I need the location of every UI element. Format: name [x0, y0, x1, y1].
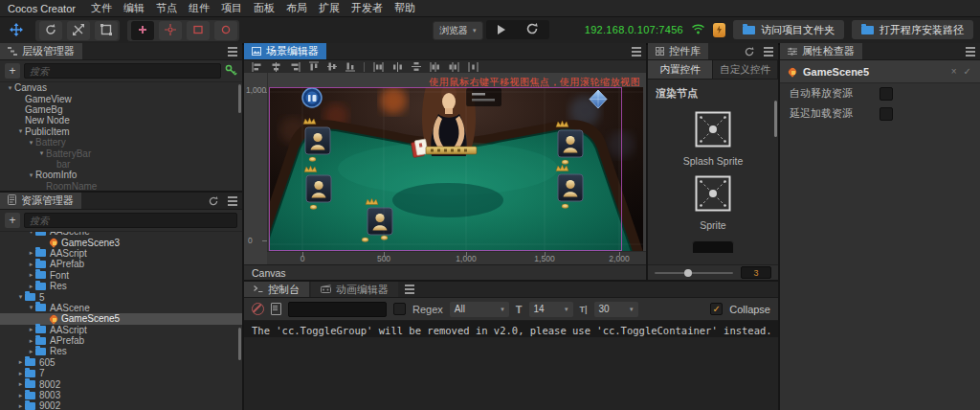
expand-arrow[interactable]: ▸: [16, 380, 25, 388]
expand-arrow[interactable]: ▸: [16, 358, 25, 366]
expand-arrow[interactable]: ▸: [27, 326, 35, 333]
expand-arrow[interactable]: ▾: [27, 304, 35, 311]
scene-canvas-content[interactable]: [269, 87, 643, 252]
assets-menu-button[interactable]: [223, 193, 242, 209]
asset-item[interactable]: ▸8003: [0, 390, 242, 400]
asset-item[interactable]: ▸AAScript: [0, 325, 242, 335]
scene-menu-button[interactable]: [627, 43, 646, 59]
asset-item[interactable]: ▸605: [0, 357, 242, 368]
widgets-tab[interactable]: 控件库: [648, 43, 708, 59]
console-log-area[interactable]: [244, 337, 778, 410]
tree-node[interactable]: bar: [0, 159, 242, 170]
inspector-tab[interactable]: 属性检查器: [780, 43, 862, 59]
link-key-icon[interactable]: [225, 64, 237, 79]
hierarchy-search-input[interactable]: [24, 63, 221, 79]
preview-target-select[interactable]: 浏览器 ▾: [433, 21, 483, 40]
refresh-preview-button[interactable]: [526, 23, 538, 36]
font-size-select[interactable]: 14▾: [529, 302, 573, 317]
assets-search-input[interactable]: [24, 213, 237, 228]
menu-project[interactable]: 项目: [215, 1, 248, 15]
console-menu-button[interactable]: [400, 282, 419, 297]
asset-item[interactable]: ▸Res: [0, 346, 242, 356]
hierarchy-tab[interactable]: 层级管理器: [0, 43, 82, 59]
tab-custom-widgets[interactable]: 自定义控件: [713, 60, 778, 79]
play-button[interactable]: [498, 25, 505, 34]
expand-arrow[interactable]: ▸: [27, 271, 35, 279]
align-bottom-icon[interactable]: [345, 61, 355, 72]
tree-node[interactable]: ▾BatteryBar: [0, 148, 242, 158]
tab-builtin-widgets[interactable]: 内置控件: [648, 60, 713, 79]
compile-icon[interactable]: [713, 23, 725, 37]
menu-help[interactable]: 帮助: [389, 1, 421, 15]
gizmo-anchor-toggle[interactable]: [159, 21, 182, 40]
align-center-v-icon[interactable]: [271, 62, 281, 72]
rect-tool-button[interactable]: [95, 21, 118, 40]
widget-item-sprite[interactable]: Sprite: [648, 175, 778, 231]
slider-handle[interactable]: [684, 269, 692, 277]
asset-item-selected[interactable]: GameScene5: [0, 313, 242, 324]
inspector-menu-button[interactable]: [961, 43, 980, 59]
tree-node[interactable]: ▾RoomInfo: [0, 170, 242, 180]
expand-arrow[interactable]: ▾: [16, 293, 25, 301]
tree-node[interactable]: GameBg: [0, 104, 242, 115]
expand-arrow[interactable]: ▾: [27, 171, 35, 179]
asset-item[interactable]: GameScene3: [0, 237, 242, 247]
tree-node[interactable]: New Node: [0, 115, 242, 125]
asset-item[interactable]: ▾AAScene: [0, 303, 242, 313]
line-count-select[interactable]: 30▾: [594, 302, 638, 317]
gizmo-rect-toggle[interactable]: [187, 21, 210, 40]
expand-arrow[interactable]: ▸: [27, 348, 35, 355]
align-middle-icon[interactable]: [327, 61, 337, 72]
distribute-v-center-icon[interactable]: [412, 61, 421, 72]
widgets-refresh-button[interactable]: [740, 43, 759, 59]
align-left-icon[interactable]: [252, 62, 262, 72]
gizmo-pivot-toggle[interactable]: [131, 21, 154, 40]
align-top-icon[interactable]: [309, 61, 319, 72]
widgets-menu-button[interactable]: [759, 43, 778, 59]
apply-icon[interactable]: ✓: [964, 66, 971, 77]
create-asset-button[interactable]: +: [5, 213, 20, 228]
asset-item[interactable]: ▸Res: [0, 281, 242, 291]
expand-arrow[interactable]: ▾: [27, 139, 35, 147]
menu-component[interactable]: 组件: [183, 1, 215, 15]
tree-node[interactable]: ▾Battery: [0, 137, 242, 148]
distribute-left-edge-icon[interactable]: [430, 62, 440, 72]
expand-arrow[interactable]: ▸: [16, 392, 25, 399]
expand-arrow[interactable]: ▸: [27, 261, 35, 268]
expand-arrow[interactable]: ▸: [27, 283, 35, 290]
expand-arrow[interactable]: ▸: [16, 402, 25, 410]
asset-item[interactable]: ▸8002: [0, 378, 242, 389]
move-tool-button[interactable]: [5, 21, 28, 40]
clear-console-button[interactable]: [252, 303, 264, 315]
hierarchy-scrollbar[interactable]: [238, 84, 241, 113]
gizmo-circle-toggle[interactable]: [214, 21, 237, 40]
widgets-scrollbar[interactable]: [774, 101, 777, 137]
widget-item-partial[interactable]: [648, 240, 778, 253]
menu-node[interactable]: 节点: [150, 1, 183, 15]
menu-file[interactable]: 文件: [85, 1, 118, 15]
asset-item[interactable]: ▸9002: [0, 400, 242, 410]
scene-viewport[interactable]: 1,000 0: [244, 73, 646, 265]
expand-arrow[interactable]: ▾: [37, 149, 46, 157]
distribute-h-center-icon[interactable]: [392, 62, 403, 72]
widget-zoom-value[interactable]: 3: [741, 266, 771, 279]
tree-node[interactable]: RoomName: [0, 181, 242, 191]
tab-animation-editor[interactable]: 动画编辑器: [311, 282, 398, 297]
rotate-tool-button[interactable]: [39, 21, 62, 40]
tree-node[interactable]: ▾Canvas: [0, 82, 242, 93]
reset-icon[interactable]: ×: [951, 66, 957, 77]
log-level-select[interactable]: All▾: [450, 302, 509, 317]
asset-item[interactable]: ▾5: [0, 291, 242, 302]
tree-node[interactable]: GameView: [0, 93, 242, 103]
distribute-both-icon[interactable]: [468, 62, 479, 72]
scene-editor-tab[interactable]: 场景编辑器: [244, 43, 326, 59]
asset-item[interactable]: ▸APrefab: [0, 259, 242, 269]
asset-item[interactable]: ▸Font: [0, 270, 242, 281]
console-filter-input[interactable]: [288, 302, 387, 317]
menu-layout[interactable]: 布局: [280, 1, 313, 15]
expand-arrow[interactable]: ▾: [27, 232, 35, 236]
align-right-icon[interactable]: [290, 62, 301, 72]
delay-load-checkbox[interactable]: [880, 107, 893, 121]
expand-arrow[interactable]: ▸: [27, 249, 35, 257]
expand-arrow[interactable]: ▾: [16, 127, 25, 135]
